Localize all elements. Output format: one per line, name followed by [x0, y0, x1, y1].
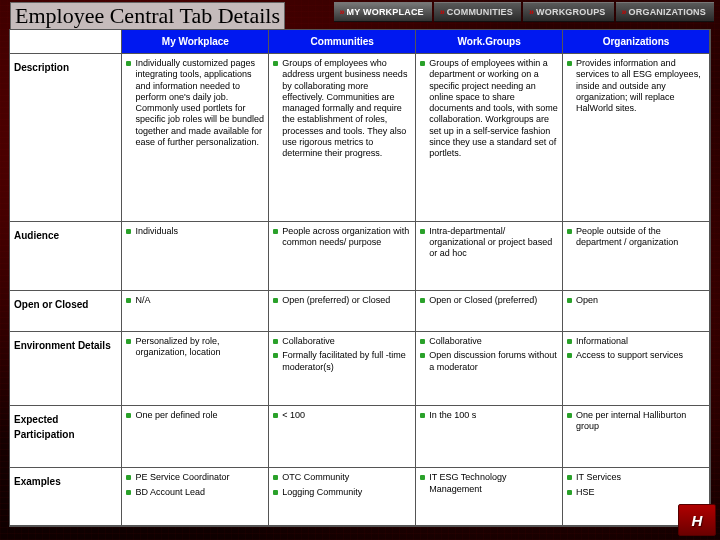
table-corner: [10, 30, 122, 54]
table-cell: Individuals: [122, 221, 269, 291]
row-header: Examples: [10, 468, 122, 526]
nav-tab-workgroups[interactable]: »WORKGROUPS: [523, 2, 614, 22]
table-row: ExamplesPE Service CoordinatorBD Account…: [10, 468, 710, 526]
table-cell: Intra-departmental/ organizational or pr…: [416, 221, 563, 291]
col-header: Work.Groups: [416, 30, 563, 54]
table-cell: Open or Closed (preferred): [416, 291, 563, 332]
table-cell: Individually customized pages integratin…: [122, 54, 269, 222]
nav-tab-communities[interactable]: »COMMUNITIES: [434, 2, 521, 22]
table-cell: Provides information and services to all…: [563, 54, 710, 222]
list-item: One per internal Halliburton group: [567, 410, 705, 433]
list-item: Open: [567, 295, 705, 306]
row-header: Audience: [10, 221, 122, 291]
list-item: People outside of the department / organ…: [567, 226, 705, 249]
row-header: Open or Closed: [10, 291, 122, 332]
table-cell: Groups of employees who address urgent b…: [269, 54, 416, 222]
table-cell: PE Service CoordinatorBD Account Lead: [122, 468, 269, 526]
list-item: Open or Closed (preferred): [420, 295, 558, 306]
logo: H: [678, 504, 716, 536]
table-row: Expected ParticipationOne per defined ro…: [10, 405, 710, 468]
list-item: Access to support services: [567, 350, 705, 361]
list-item: HSE: [567, 487, 705, 498]
comparison-table-container: My WorkplaceCommunitiesWork.GroupsOrgani…: [10, 30, 710, 526]
col-header: Organizations: [563, 30, 710, 54]
table-row: Environment DetailsPersonalized by role,…: [10, 332, 710, 406]
list-item: IT Services: [567, 472, 705, 483]
table-cell: People across organization with common n…: [269, 221, 416, 291]
col-header: Communities: [269, 30, 416, 54]
list-item: N/A: [126, 295, 264, 306]
list-item: Open (preferred) or Closed: [273, 295, 411, 306]
chevron-icon: »: [440, 7, 443, 17]
table-cell: People outside of the department / organ…: [563, 221, 710, 291]
table-header-row: My WorkplaceCommunitiesWork.GroupsOrgani…: [10, 30, 710, 54]
col-header: My Workplace: [122, 30, 269, 54]
list-item: Individuals: [126, 226, 264, 237]
list-item: < 100: [273, 410, 411, 421]
table-cell: Open: [563, 291, 710, 332]
chevron-icon: »: [529, 7, 532, 17]
list-item: Logging Community: [273, 487, 411, 498]
table-row: DescriptionIndividually customized pages…: [10, 54, 710, 222]
list-item: BD Account Lead: [126, 487, 264, 498]
list-item: One per defined role: [126, 410, 264, 421]
row-header: Expected Participation: [10, 405, 122, 468]
table-row: Open or ClosedN/AOpen (preferred) or Clo…: [10, 291, 710, 332]
list-item: Open discussion forums without a moderat…: [420, 350, 558, 373]
list-item: Individually customized pages integratin…: [126, 58, 264, 148]
list-item: Provides information and services to all…: [567, 58, 705, 114]
global-nav: »MY WORKPLACE»COMMUNITIES»WORKGROUPS»ORG…: [334, 2, 714, 22]
row-header: Description: [10, 54, 122, 222]
table-cell: IT ESG Technology Management: [416, 468, 563, 526]
table-cell: OTC CommunityLogging Community: [269, 468, 416, 526]
table-cell: One per defined role: [122, 405, 269, 468]
list-item: Intra-departmental/ organizational or pr…: [420, 226, 558, 260]
table-cell: InformationalAccess to support services: [563, 332, 710, 406]
table-cell: N/A: [122, 291, 269, 332]
nav-tab-my-workplace[interactable]: »MY WORKPLACE: [334, 2, 432, 22]
table-cell: In the 100 s: [416, 405, 563, 468]
chevron-icon: »: [622, 7, 625, 17]
list-item: OTC Community: [273, 472, 411, 483]
chevron-icon: »: [340, 7, 343, 17]
list-item: Collaborative: [273, 336, 411, 347]
list-item: People across organization with common n…: [273, 226, 411, 249]
table-cell: < 100: [269, 405, 416, 468]
list-item: Formally facilitated by full -time moder…: [273, 350, 411, 373]
nav-tab-organizations[interactable]: »ORGANIZATIONS: [616, 2, 714, 22]
list-item: Collaborative: [420, 336, 558, 347]
list-item: In the 100 s: [420, 410, 558, 421]
list-item: Groups of employees within a department …: [420, 58, 558, 159]
page-title: Employee Central Tab Details: [10, 2, 285, 31]
list-item: Informational: [567, 336, 705, 347]
list-item: PE Service Coordinator: [126, 472, 264, 483]
table-cell: Personalized by role, organization, loca…: [122, 332, 269, 406]
table-cell: CollaborativeOpen discussion forums with…: [416, 332, 563, 406]
table-row: AudienceIndividualsPeople across organiz…: [10, 221, 710, 291]
table-cell: Groups of employees within a department …: [416, 54, 563, 222]
row-header: Environment Details: [10, 332, 122, 406]
list-item: Personalized by role, organization, loca…: [126, 336, 264, 359]
list-item: Groups of employees who address urgent b…: [273, 58, 411, 159]
table-cell: CollaborativeFormally facilitated by ful…: [269, 332, 416, 406]
table-cell: Open (preferred) or Closed: [269, 291, 416, 332]
table-cell: One per internal Halliburton group: [563, 405, 710, 468]
list-item: IT ESG Technology Management: [420, 472, 558, 495]
comparison-table: My WorkplaceCommunitiesWork.GroupsOrgani…: [10, 30, 710, 526]
